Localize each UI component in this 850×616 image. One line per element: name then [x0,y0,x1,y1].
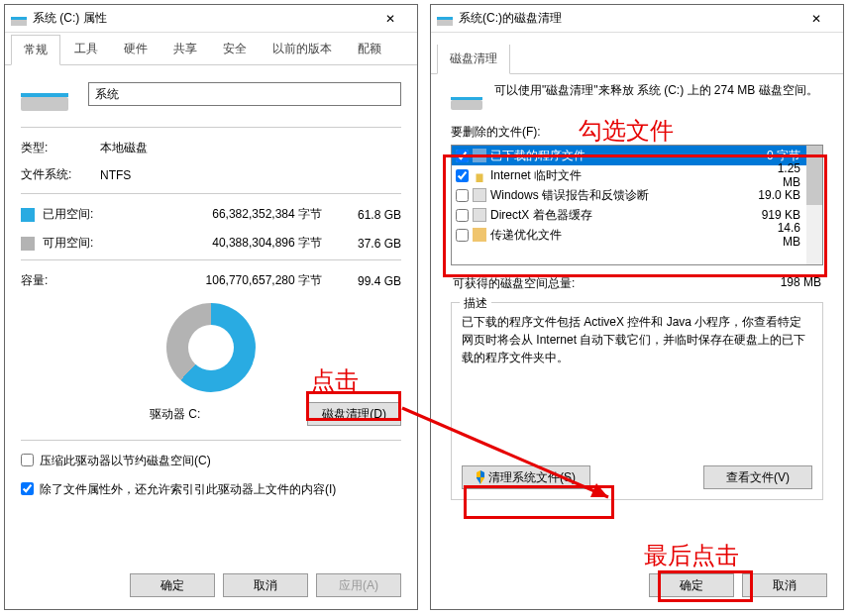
list-item-label: Internet 临时文件 [490,167,753,184]
file-type-icon [473,188,486,202]
list-item[interactable]: 传递优化文件14.6 MB [452,225,822,245]
usage-donut [166,303,256,392]
svg-rect-3 [437,17,453,20]
free-label: 可用空间: [43,235,102,252]
tab-panel-general: 类型:本地磁盘 文件系统:NTFS 已用空间: 66,382,352,384 字… [5,65,417,510]
filelist-label: 要删除的文件(F): [451,124,823,141]
tab-5[interactable]: 以前的版本 [261,35,344,64]
ok-button[interactable]: 确定 [130,573,215,597]
volume-name-input[interactable] [88,82,401,106]
disk-cleanup-button[interactable]: 磁盘清理(D) [307,402,401,426]
tab-2[interactable]: 硬件 [112,35,159,64]
description-text: 已下载的程序文件包括 ActiveX 控件和 Java 小程序，你查看特定网页时… [462,313,812,366]
dialog-footer: 确定 取消 应用(A) [130,573,401,597]
drive-icon [11,11,27,27]
fs-label: 文件系统: [21,166,100,183]
intro-text: 可以使用"磁盘清理"来释放 系统 (C:) 上的 274 MB 磁盘空间。 [494,82,818,99]
tab-strip: 常规工具硬件共享安全以前的版本配额 [5,33,417,65]
index-checkbox[interactable] [21,482,34,495]
used-bytes: 66,382,352,384 字节 [102,206,332,223]
file-type-icon [473,168,486,182]
titlebar[interactable]: 系统(C:)的磁盘清理 ✕ [431,5,843,33]
volume-icon [21,77,68,111]
list-item-label: 已下载的程序文件 [490,148,753,164]
svg-rect-1 [11,17,27,20]
tab-disk-cleanup[interactable]: 磁盘清理 [437,45,510,74]
cancel-button[interactable]: 取消 [223,573,308,597]
index-label: 除了文件属性外，还允许索引引此驱动器上文件的内容(I) [40,481,336,498]
properties-window: 系统 (C:) 属性 ✕ 常规工具硬件共享安全以前的版本配额 类型:本地磁盘 文… [4,4,418,610]
tab-1[interactable]: 工具 [62,35,110,64]
svg-rect-0 [11,20,27,26]
list-item-checkbox[interactable] [456,169,469,182]
shield-icon [477,470,484,484]
window-title: 系统 (C:) 属性 [33,10,370,27]
list-item-checkbox[interactable] [456,209,469,222]
window-title: 系统(C:)的磁盘清理 [459,10,796,27]
list-item-checkbox[interactable] [456,150,469,162]
disk-cleanup-window: 系统(C:)的磁盘清理 ✕ 磁盘清理 可以使用"磁盘清理"来释放 系统 (C:)… [430,4,844,610]
view-files-button[interactable]: 查看文件(V) [703,465,812,489]
list-item[interactable]: Internet 临时文件1.25 MB [452,165,822,185]
free-gb: 37.6 GB [332,237,401,251]
tab-strip: 磁盘清理 [431,43,843,74]
file-type-icon [473,208,486,222]
close-button[interactable]: ✕ [796,6,837,32]
clean-system-files-button[interactable]: 清理系统文件(S) [462,465,590,489]
list-item-label: DirectX 着色器缓存 [490,207,753,224]
compress-label: 压缩此驱动器以节约磁盘空间(C) [40,453,211,469]
capacity-label: 容量: [21,272,102,289]
list-item-label: 传递优化文件 [490,227,753,244]
list-item-label: Windows 错误报告和反馈诊断 [490,187,753,204]
tab-3[interactable]: 共享 [161,35,209,64]
file-type-icon [473,228,486,242]
compress-checkbox-row[interactable]: 压缩此驱动器以节约磁盘空间(C) [21,453,401,469]
drive-icon [437,11,453,27]
capacity-gb: 99.4 GB [332,274,401,288]
description-title: 描述 [460,295,491,312]
compress-checkbox[interactable] [21,454,34,466]
dialog-footer: 确定 取消 [649,573,827,597]
scrollbar-thumb[interactable] [806,146,822,205]
ok-button[interactable]: 确定 [649,573,734,597]
free-color-swatch [21,237,35,251]
used-gb: 61.8 GB [332,208,401,222]
reclaim-label: 可获得的磁盘空间总量: [453,275,575,292]
used-label: 已用空间: [43,206,102,223]
file-type-icon [473,149,486,162]
free-bytes: 40,388,304,896 字节 [102,235,332,252]
index-checkbox-row[interactable]: 除了文件属性外，还允许索引引此驱动器上文件的内容(I) [21,481,401,498]
description-group: 描述 已下载的程序文件包括 ActiveX 控件和 Java 小程序，你查看特定… [451,302,823,500]
type-label: 类型: [21,140,100,156]
cancel-button[interactable]: 取消 [742,573,827,597]
list-item-checkbox[interactable] [456,229,469,242]
scrollbar[interactable] [806,146,822,264]
drive-icon [451,82,482,110]
tab-0[interactable]: 常规 [11,35,60,65]
titlebar[interactable]: 系统 (C:) 属性 ✕ [5,5,417,33]
reclaim-size: 198 MB [781,275,821,292]
tab-6[interactable]: 配额 [346,35,393,64]
list-item[interactable]: Windows 错误报告和反馈诊断19.0 KB [452,185,822,205]
svg-rect-2 [437,20,453,26]
file-list[interactable]: 已下载的程序文件0 字节Internet 临时文件1.25 MBWindows … [451,145,823,265]
list-item-checkbox[interactable] [456,189,469,202]
drive-letter-label: 驱动器 C: [150,406,200,423]
type-value: 本地磁盘 [100,140,148,156]
fs-value: NTFS [100,168,131,182]
close-button[interactable]: ✕ [370,6,411,32]
tab-4[interactable]: 安全 [211,35,259,64]
used-color-swatch [21,208,35,222]
capacity-bytes: 106,770,657,280 字节 [102,272,332,289]
apply-button[interactable]: 应用(A) [316,573,401,597]
